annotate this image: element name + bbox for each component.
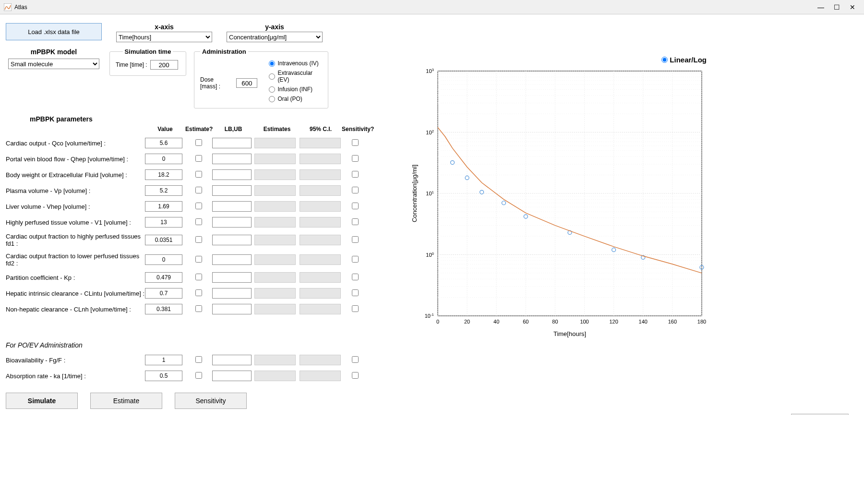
close-icon[interactable]: ✕	[850, 3, 855, 11]
param-lbub-input[interactable]	[212, 235, 252, 245]
svg-text:0: 0	[436, 319, 439, 324]
simtime-legend: Simulation time	[123, 48, 173, 55]
export-button[interactable]: Export results	[791, 414, 849, 415]
admin-legend: Administration	[200, 48, 248, 55]
param-lbub-input[interactable]	[212, 169, 252, 180]
param-ci-cell	[300, 201, 341, 212]
yaxis-label: y-axis	[265, 23, 284, 31]
param-lbub-input[interactable]	[212, 217, 252, 228]
param-lbub-input[interactable]	[212, 355, 252, 365]
param-estimate-checkbox[interactable]	[195, 171, 202, 178]
param-estimate-checkbox[interactable]	[195, 274, 202, 280]
param-lbub-input[interactable]	[212, 371, 252, 381]
param-lbub-input[interactable]	[212, 254, 252, 265]
yaxis-select[interactable]: Concentration[μg/ml]	[227, 32, 323, 42]
param-value-input[interactable]	[145, 254, 182, 265]
xaxis-select[interactable]: Time[hours]	[116, 32, 212, 42]
param-sens-checkbox[interactable]	[352, 203, 359, 209]
param-lbub-input[interactable]	[212, 288, 252, 299]
param-value-input[interactable]	[145, 169, 182, 180]
simtime-input[interactable]	[150, 60, 178, 70]
param-sens-checkbox[interactable]	[352, 256, 359, 263]
svg-rect-1	[438, 71, 702, 316]
param-ci-cell	[300, 154, 341, 164]
sensitivity-button[interactable]: Sensitivity	[175, 393, 247, 409]
param-estimate-checkbox[interactable]	[195, 256, 202, 263]
param-value-input[interactable]	[145, 371, 182, 381]
param-lbub-input[interactable]	[212, 304, 252, 314]
param-estimates-cell	[254, 355, 296, 365]
param-value-input[interactable]	[145, 154, 182, 164]
param-sens-checkbox[interactable]	[352, 218, 359, 225]
svg-text:100: 100	[580, 319, 588, 324]
param-estimates-cell	[254, 371, 296, 381]
param-estimate-checkbox[interactable]	[195, 372, 202, 379]
param-sens-checkbox[interactable]	[352, 274, 359, 280]
minimize-icon[interactable]: —	[817, 3, 824, 11]
app-logo-icon	[4, 3, 12, 11]
estimate-button[interactable]: Estimate	[90, 393, 162, 409]
param-estimate-checkbox[interactable]	[195, 187, 202, 193]
param-estimate-checkbox[interactable]	[195, 155, 202, 162]
admin-po-radio[interactable]	[269, 96, 275, 102]
param-sens-checkbox[interactable]	[352, 155, 359, 162]
param-estimate-checkbox[interactable]	[195, 218, 202, 225]
param-lbub-input[interactable]	[212, 185, 252, 196]
param-estimate-checkbox[interactable]	[195, 356, 202, 363]
param-lbub-input[interactable]	[212, 154, 252, 164]
param-estimate-checkbox[interactable]	[195, 139, 202, 146]
param-estimate-checkbox[interactable]	[195, 236, 202, 243]
param-sens-checkbox[interactable]	[352, 187, 359, 193]
param-sens-checkbox[interactable]	[352, 139, 359, 146]
param-value-input[interactable]	[145, 304, 182, 314]
param-sens-checkbox[interactable]	[352, 289, 359, 296]
param-value-input[interactable]	[145, 201, 182, 212]
svg-text:10-1: 10-1	[425, 312, 434, 319]
admin-ev-radio[interactable]	[269, 73, 275, 80]
param-lbub-input[interactable]	[212, 138, 252, 148]
svg-text:102: 102	[426, 129, 434, 135]
param-value-input[interactable]	[145, 288, 182, 299]
linear-log-radio[interactable]	[661, 57, 668, 63]
param-label: Partition coefficient - Kp :	[6, 274, 145, 281]
simulate-button[interactable]: Simulate	[6, 393, 78, 409]
param-label: Liver volume - Vhep [volume] :	[6, 203, 145, 210]
svg-text:80: 80	[552, 319, 558, 324]
params-header: mPBPK parameters	[30, 115, 390, 123]
param-estimate-checkbox[interactable]	[195, 289, 202, 296]
param-value-input[interactable]	[145, 272, 182, 283]
dose-input[interactable]	[236, 78, 257, 88]
param-label: Portal vein blood flow - Qhep [volume/ti…	[6, 156, 145, 163]
param-lbub-input[interactable]	[212, 201, 252, 212]
col-estimates: Estimates	[254, 126, 300, 132]
param-label: Cardiac output - Qco [volume/time] :	[6, 140, 145, 147]
param-sens-checkbox[interactable]	[352, 171, 359, 178]
param-value-input[interactable]	[145, 217, 182, 228]
param-estimates-cell	[254, 138, 296, 148]
svg-text:140: 140	[639, 319, 648, 324]
svg-text:40: 40	[493, 319, 499, 324]
poev-table: Bioavailability - Fg/F :Absorption rate …	[6, 355, 390, 381]
param-value-input[interactable]	[145, 355, 182, 365]
maximize-icon[interactable]: ☐	[834, 3, 840, 11]
param-estimate-checkbox[interactable]	[195, 305, 202, 312]
param-sens-checkbox[interactable]	[352, 305, 359, 312]
param-estimate-checkbox[interactable]	[195, 203, 202, 209]
dose-label: Dose [mass] :	[200, 76, 231, 90]
param-sens-checkbox[interactable]	[352, 236, 359, 243]
svg-text:100: 100	[426, 251, 434, 258]
model-select[interactable]: Small molecule	[8, 59, 99, 69]
admin-iv-radio[interactable]	[269, 60, 275, 67]
titlebar: Atlas — ☐ ✕	[0, 0, 864, 14]
param-estimates-cell	[254, 201, 296, 212]
param-sens-checkbox[interactable]	[352, 356, 359, 363]
param-value-input[interactable]	[145, 235, 182, 245]
param-value-input[interactable]	[145, 185, 182, 196]
param-ci-cell	[300, 254, 341, 265]
load-data-button[interactable]: Load .xlsx data file	[6, 23, 102, 40]
param-value-input[interactable]	[145, 138, 182, 148]
param-ci-cell	[300, 288, 341, 299]
param-lbub-input[interactable]	[212, 272, 252, 283]
param-sens-checkbox[interactable]	[352, 372, 359, 379]
admin-inf-radio[interactable]	[269, 86, 275, 93]
